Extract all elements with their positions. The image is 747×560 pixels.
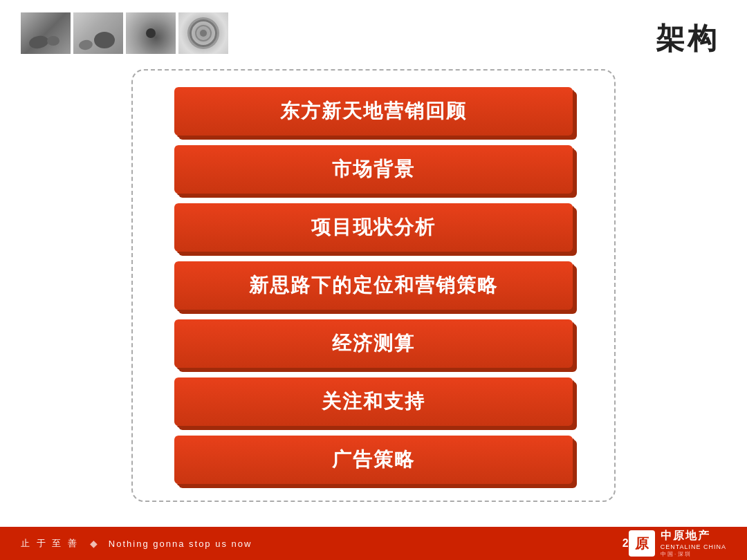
header: 架构: [0, 0, 747, 62]
menu-btn-4[interactable]: 新思路下的定位和营销策略: [174, 261, 573, 310]
footer-slogan-english: Nothing gonna stop us now: [109, 539, 252, 549]
footer-slogan-chinese: 止 于 至 善: [21, 537, 79, 550]
page-title: 架构: [656, 12, 719, 58]
logo-company-sub: 中 国 · 深 圳: [661, 550, 726, 558]
logo-symbol: 原: [635, 534, 649, 553]
menu-btn-5[interactable]: 经济测算: [174, 319, 573, 368]
footer: 止 于 至 善 ◆ Nothing gonna stop us now 2 原 …: [0, 527, 747, 560]
footer-logo: 原 中原地产 CENTALINE CHINA 中 国 · 深 圳: [629, 529, 726, 558]
menu-item-1[interactable]: 东方新天地营销回顾: [174, 87, 573, 136]
menu-btn-7[interactable]: 广告策略: [174, 436, 573, 484]
menu-btn-1[interactable]: 东方新天地营销回顾: [174, 87, 573, 136]
header-image-2: [73, 12, 123, 54]
header-images: [21, 12, 228, 54]
menu-item-7[interactable]: 广告策略: [174, 436, 573, 484]
logo-company-cn: 中原地产: [661, 529, 726, 543]
footer-divider: ◆: [90, 538, 98, 549]
logo-company-en: CENTALINE CHINA: [661, 543, 726, 550]
menu-item-5[interactable]: 经济测算: [174, 319, 573, 368]
menu-btn-3[interactable]: 项目现状分析: [174, 203, 573, 252]
menu-item-3[interactable]: 项目现状分析: [174, 203, 573, 252]
footer-page-number: 2: [622, 537, 629, 550]
menu-container: 东方新天地营销回顾 市场背景 项目现状分析 新思路下的定位和营销策略 经济测算 …: [131, 69, 616, 502]
logo-icon: 原: [629, 530, 655, 557]
footer-left: 止 于 至 善 ◆ Nothing gonna stop us now: [21, 537, 622, 550]
header-image-3: [126, 12, 176, 54]
header-image-4: [178, 12, 228, 54]
menu-item-2[interactable]: 市场背景: [174, 145, 573, 194]
main-content: 东方新天地营销回顾 市场背景 项目现状分析 新思路下的定位和营销策略 经济测算 …: [0, 62, 747, 502]
menu-item-4[interactable]: 新思路下的定位和营销策略: [174, 261, 573, 310]
header-image-1: [21, 12, 71, 54]
menu-btn-6[interactable]: 关注和支持: [174, 377, 573, 426]
logo-text: 中原地产 CENTALINE CHINA 中 国 · 深 圳: [661, 529, 726, 558]
menu-item-6[interactable]: 关注和支持: [174, 377, 573, 426]
menu-btn-2[interactable]: 市场背景: [174, 145, 573, 194]
